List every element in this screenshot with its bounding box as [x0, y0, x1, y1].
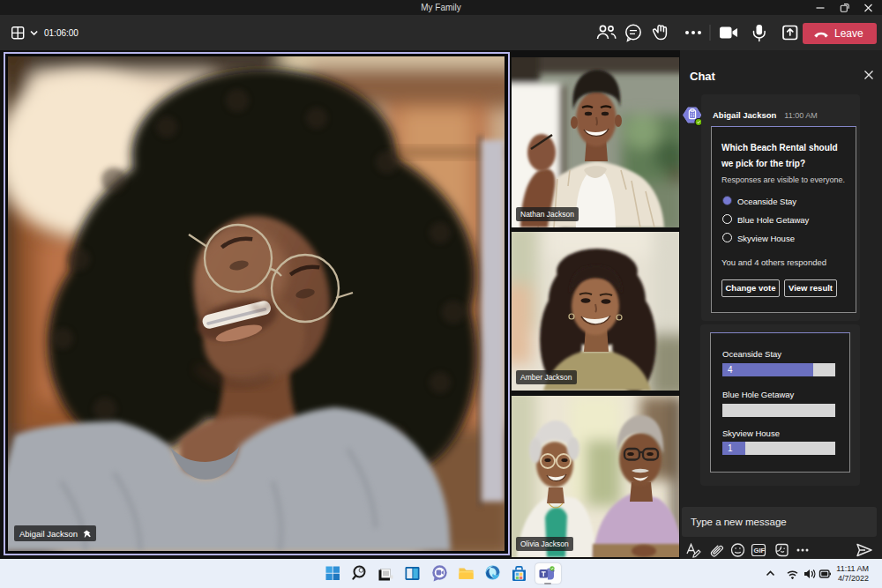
- svg-text:GIF: GIF: [754, 547, 766, 555]
